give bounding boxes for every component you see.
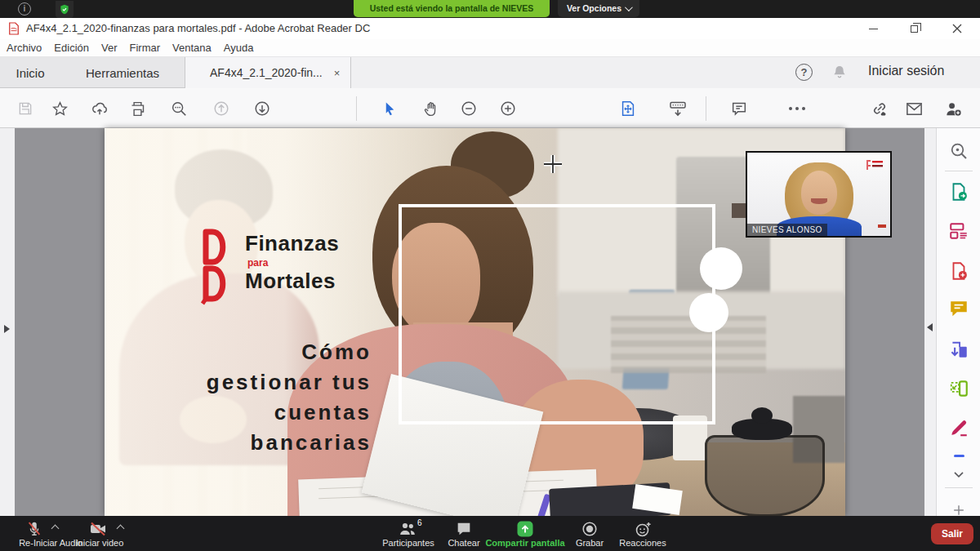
slide-title: Cómo gestionar tus cuentas bancarias — [149, 337, 372, 458]
add-user-button[interactable] — [942, 98, 964, 119]
menu-ver[interactable]: Ver — [101, 42, 118, 54]
window-title: AF4x4_2.1_2020-finanzas para mortales.pd… — [26, 22, 370, 34]
sign-in-link[interactable]: Iniciar sesión — [868, 64, 944, 78]
security-shield-icon[interactable] — [56, 1, 74, 18]
combine-files-button[interactable] — [946, 337, 972, 363]
slide-title-line: gestionar tus — [149, 367, 372, 398]
edit-pdf-button[interactable] — [946, 218, 972, 244]
tab-inicio[interactable]: Inicio — [0, 57, 60, 88]
minimize-button[interactable] — [857, 18, 889, 39]
scroll-indicator — [954, 455, 964, 457]
reactions-button[interactable] — [633, 519, 653, 539]
chat-button[interactable] — [454, 519, 474, 539]
toolbar-divider — [706, 96, 706, 121]
fit-page-button[interactable] — [617, 98, 639, 119]
close-icon — [952, 24, 962, 33]
record-button[interactable] — [580, 519, 599, 539]
tab-herramientas[interactable]: Herramientas — [60, 57, 185, 88]
save-icon — [17, 100, 33, 117]
view-options-label: Ver Opciones — [567, 3, 621, 13]
zoom-tools-button[interactable] — [946, 138, 972, 164]
microphone-muted-icon — [25, 520, 43, 538]
organize-pages-button[interactable] — [946, 375, 972, 402]
share-screen-icon — [515, 519, 535, 539]
slide-title-line: bancarias — [149, 428, 372, 458]
tab-document-label: AF4x4_2.1_2020-fin... — [210, 66, 323, 79]
finanzas-para-mortales-logo-icon — [197, 228, 241, 306]
select-tool-button[interactable] — [379, 98, 400, 119]
close-button[interactable] — [941, 18, 973, 39]
menu-archivo[interactable]: Archivo — [7, 42, 42, 54]
participant-video-thumbnail[interactable]: NIEVES ALONSO — [746, 151, 892, 238]
star-button[interactable] — [49, 98, 70, 119]
create-pdf-button[interactable] — [946, 258, 972, 284]
screen: i Usted está viendo la pantalla de NIEVE… — [0, 0, 980, 551]
chevron-down-icon — [951, 466, 967, 482]
save-button[interactable] — [15, 98, 36, 119]
more-tools-chevron-button[interactable] — [946, 461, 972, 487]
mini-logo — [866, 159, 884, 171]
fill-sign-button[interactable] — [946, 415, 972, 441]
restore-button[interactable] — [898, 18, 930, 39]
left-panel-toggle[interactable] — [0, 128, 15, 516]
fill-sign-pen-icon — [948, 417, 969, 438]
previous-page-button[interactable] — [211, 98, 232, 119]
expand-right-icon — [4, 325, 10, 333]
link-cloud-icon — [870, 99, 889, 118]
pdf-file-icon — [8, 22, 20, 38]
help-button[interactable]: ? — [795, 64, 813, 81]
export-pdf-button[interactable] — [946, 179, 972, 205]
menu-edicion[interactable]: Edición — [54, 42, 89, 54]
leave-meeting-button[interactable]: Salir — [931, 523, 973, 544]
menu-firmar[interactable]: Firmar — [130, 42, 161, 54]
zoom-in-button[interactable] — [497, 98, 519, 119]
page-display-button[interactable] — [667, 98, 688, 119]
edit-pdf-icon — [948, 220, 969, 242]
acrobat-title-bar: AF4x4_2.1_2020-finanzas para mortales.pd… — [0, 18, 980, 39]
unmute-audio-button[interactable] — [24, 519, 44, 539]
logo-word-finanzas: Finanzas — [245, 231, 339, 256]
menu-ventana[interactable]: Ventana — [172, 42, 212, 54]
share-link-button[interactable] — [869, 98, 890, 119]
pdf-page[interactable]: Finanzas para Mortales Cómo gestionar tu… — [105, 128, 845, 516]
next-page-button[interactable] — [252, 98, 273, 119]
smiley-plus-icon — [634, 520, 653, 539]
video-options-caret-icon[interactable] — [117, 525, 125, 533]
create-pdf-icon — [948, 260, 969, 282]
comment-tool-icon — [948, 298, 969, 319]
envelope-icon — [905, 100, 924, 118]
star-icon — [51, 100, 69, 118]
document-area: Finanzas para Mortales Cómo gestionar tu… — [0, 128, 980, 516]
logo-word-mortales: Mortales — [245, 269, 336, 294]
plus-circle-icon — [499, 100, 517, 118]
audio-options-caret-icon[interactable] — [51, 525, 60, 533]
view-options-button[interactable]: Ver Opciones — [558, 0, 639, 17]
tools-panel-toggle[interactable] — [924, 128, 936, 516]
tab-document[interactable]: AF4x4_2.1_2020-fin... × — [185, 57, 351, 88]
comment-tool-button[interactable] — [946, 295, 972, 322]
meeting-info-icon[interactable]: i — [18, 2, 31, 16]
tab-close-icon[interactable]: × — [334, 67, 341, 79]
zoom-out-button[interactable] — [458, 98, 479, 119]
comment-button[interactable] — [728, 98, 750, 119]
more-tools-button[interactable] — [787, 98, 808, 119]
start-video-button[interactable] — [88, 519, 108, 539]
search-button[interactable] — [168, 98, 189, 119]
participant-name-label: NIEVES ALONSO — [747, 224, 827, 236]
participants-button[interactable] — [398, 519, 417, 539]
notifications-bell-icon[interactable] — [831, 64, 848, 84]
menu-ayuda[interactable]: Ayuda — [224, 42, 254, 54]
zoom-top-bar: i Usted está viendo la pantalla de NIEVE… — [0, 0, 980, 18]
share-document-button[interactable] — [89, 98, 110, 119]
email-button[interactable] — [903, 98, 924, 119]
meeting-toolbar: Re-Iniciar Audio Iniciar video 6 Partici… — [0, 516, 980, 551]
share-screen-button[interactable] — [515, 519, 535, 539]
participant-smile — [811, 198, 827, 204]
organize-pages-icon — [948, 378, 969, 399]
hand-tool-button[interactable] — [420, 98, 441, 119]
video-button-label: Iniciar video — [57, 538, 142, 548]
comment-bubble-icon — [730, 100, 748, 118]
collapse-left-icon — [927, 323, 933, 331]
mini-brand-mark — [878, 224, 886, 228]
print-button[interactable] — [127, 98, 148, 119]
